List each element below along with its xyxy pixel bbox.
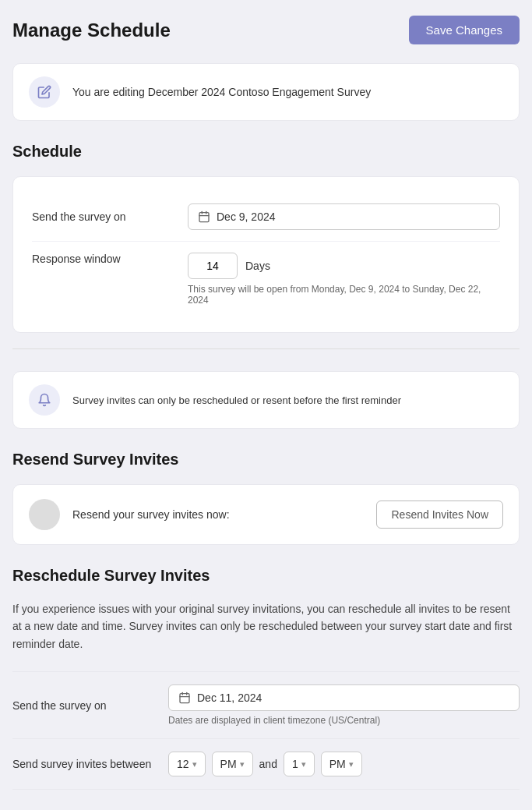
info-banner: You are editing December 2024 Contoso En… [12, 63, 520, 121]
time-controls-field: 12 ▾ PM ▾ and 1 ▾ PM [168, 752, 520, 776]
section-divider [12, 348, 520, 349]
resend-left: Resend your survey invites now: [29, 499, 230, 530]
send-date-field: Dec 9, 2024 [188, 203, 500, 230]
page-header: Manage Schedule Save Changes [12, 16, 520, 44]
avatar [29, 499, 60, 530]
schedule-section-title: Schedule [12, 143, 520, 161]
end-period-chevron-icon: ▾ [349, 759, 354, 769]
start-hour-value: 12 [177, 758, 189, 770]
warning-banner-text: Survey invites can only be rescheduled o… [72, 394, 401, 406]
svg-rect-4 [180, 694, 189, 703]
resend-box: Resend your survey invites now: Resend I… [12, 484, 520, 545]
resend-section: Resend Survey Invites Resend your survey… [12, 451, 520, 545]
response-window-row: Response window Days This survey will be… [32, 242, 500, 317]
reschedule-date-field: Dec 11, 2024 Dates are displayed in clie… [168, 684, 520, 726]
edit-icon [37, 85, 51, 99]
send-date-row: Send the survey on Dec 9, 2024 [32, 193, 500, 242]
reschedule-description: If you experience issues with your origi… [12, 600, 520, 653]
start-period-select[interactable]: PM ▾ [212, 752, 253, 776]
end-period-value: PM [329, 758, 346, 770]
send-date-value: Dec 9, 2024 [217, 210, 276, 223]
bell-icon [37, 393, 51, 407]
start-period-value: PM [220, 758, 237, 770]
resend-section-title: Resend Survey Invites [12, 451, 520, 469]
svg-rect-0 [199, 213, 209, 222]
reschedule-send-label: Send the survey on [12, 699, 168, 712]
days-unit: Days [245, 260, 270, 272]
end-hour-chevron-icon: ▾ [301, 759, 306, 769]
time-controls: 12 ▾ PM ▾ and 1 ▾ PM [168, 752, 520, 776]
start-hour-chevron-icon: ▾ [192, 759, 197, 769]
response-controls: Days [188, 253, 500, 279]
send-date-input[interactable]: Dec 9, 2024 [188, 203, 500, 230]
schedule-form: Send the survey on Dec 9, 2024 Response … [12, 176, 520, 333]
calendar-icon-2 [178, 692, 191, 704]
time-and-text: and [259, 758, 277, 770]
response-window-label: Response window [32, 253, 188, 265]
info-banner-text: You are editing December 2024 Contoso En… [72, 86, 371, 98]
timezone-hint: Dates are displayed in client timezone (… [168, 715, 520, 726]
warning-banner: Survey invites can only be rescheduled o… [12, 371, 520, 429]
resend-label: Resend your survey invites now: [72, 508, 230, 521]
reschedule-date-value: Dec 11, 2024 [197, 692, 262, 704]
response-days-input[interactable] [188, 253, 238, 279]
send-date-label: Send the survey on [32, 210, 188, 223]
send-between-label: Send survey invites between [12, 758, 168, 770]
end-hour-value: 1 [292, 758, 298, 770]
resend-invites-button[interactable]: Resend Invites Now [376, 501, 503, 529]
bell-icon-wrap [29, 384, 60, 416]
end-period-select[interactable]: PM ▾ [321, 752, 362, 776]
response-helper-text: This survey will be open from Monday, De… [188, 284, 500, 306]
start-period-chevron-icon: ▾ [240, 759, 245, 769]
reschedule-form: Send the survey on Dec 11, 2024 Dates ar… [12, 671, 520, 790]
reschedule-section: Reschedule Survey Invites If you experie… [12, 567, 520, 790]
page-container: Manage Schedule Save Changes You are edi… [0, 0, 532, 810]
end-hour-select[interactable]: 1 ▾ [284, 752, 315, 776]
edit-icon-wrap [29, 76, 60, 108]
save-button[interactable]: Save Changes [409, 16, 520, 44]
calendar-icon [198, 210, 210, 223]
reschedule-section-title: Reschedule Survey Invites [12, 567, 520, 585]
reschedule-send-date-row: Send the survey on Dec 11, 2024 Dates ar… [12, 671, 520, 739]
start-hour-select[interactable]: 12 ▾ [168, 752, 206, 776]
send-between-row: Send survey invites between 12 ▾ PM ▾ an… [12, 739, 520, 790]
reschedule-date-input[interactable]: Dec 11, 2024 [168, 684, 520, 711]
page-title: Manage Schedule [12, 19, 171, 41]
